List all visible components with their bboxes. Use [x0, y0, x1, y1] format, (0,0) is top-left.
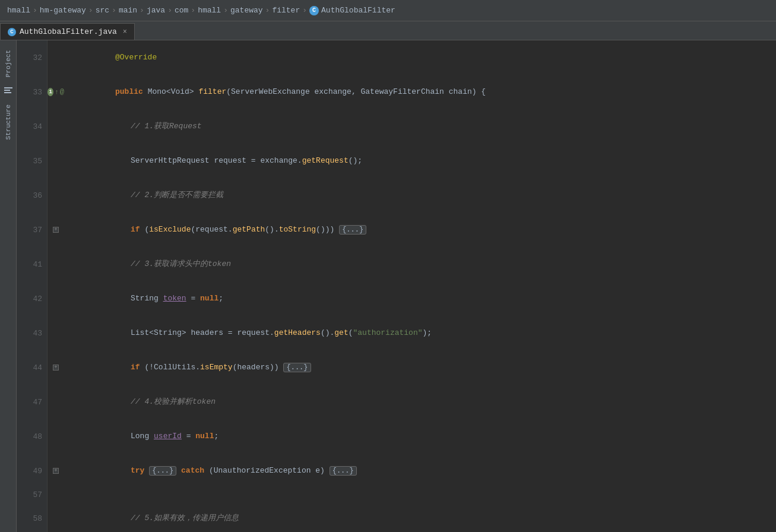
line-num-47: 47 — [17, 385, 47, 419]
method-getheaders: getHeaders — [274, 328, 321, 337]
gutter-arrow-33: ↑ — [55, 88, 59, 96]
bc-item-hmall[interactable]: hmall — [7, 6, 30, 15]
code-line-58: 58 // 5.如果有效，传递用户信息 — [17, 501, 776, 532]
fold-catch[interactable]: {...} — [330, 466, 357, 476]
method-getrequest: getRequest — [302, 156, 349, 165]
line-content-41: // 3.获取请求头中的token — [64, 247, 776, 281]
bc-item-hmall2[interactable]: hmall — [198, 6, 221, 15]
sidebar-structure-icon[interactable] — [2, 84, 15, 97]
tab-authglobalfilter[interactable]: C AuthGlobalFilter.java × — [0, 23, 135, 40]
line-content-58: // 5.如果有效，传递用户信息 — [64, 501, 776, 532]
tab-label: AuthGlobalFilter.java — [20, 27, 117, 36]
bc-item-java[interactable]: java — [147, 6, 165, 15]
code-line-44: 44 + if (!CollUtils.isEmpty(headers)) {.… — [17, 350, 776, 385]
code-49c: (UnauthorizedException e) — [204, 466, 330, 475]
line-num-41: 41 — [17, 247, 47, 281]
code-48a: Long — [131, 432, 154, 441]
gutter-42 — [47, 281, 64, 316]
breadcrumb: hmall › hm-gateway › src › main › java ›… — [0, 0, 776, 21]
bc-item-filter[interactable]: filter — [272, 6, 300, 15]
line-content-48: Long userId = null; — [64, 419, 776, 454]
kw-if-44: if — [131, 363, 140, 372]
line-num-48: 48 — [17, 419, 47, 454]
main-layout: Project Structure 32 @Override 33 — [0, 40, 776, 532]
gutter-48 — [47, 419, 64, 454]
code-line-33: 33 1 ↑ @ public Mono<Void> filter(Server… — [17, 75, 776, 109]
method-get-43: get — [334, 328, 348, 337]
bc-item-com[interactable]: com — [175, 6, 188, 15]
svg-rect-2 — [4, 92, 11, 93]
code-42c: ; — [218, 294, 223, 303]
line-num-44: 44 — [17, 350, 47, 385]
bc-sep-6: › — [191, 6, 195, 15]
gutter-44: + — [47, 350, 64, 385]
kw-catch: catch — [181, 466, 204, 475]
line-num-34: 34 — [17, 109, 47, 144]
bc-item-src[interactable]: src — [96, 6, 109, 15]
line-num-57: 57 — [17, 488, 47, 501]
fold-icon-44[interactable]: + — [53, 365, 59, 370]
svg-rect-0 — [4, 87, 12, 88]
line-num-32: 32 — [17, 40, 47, 75]
sidebar-structure-tab[interactable]: Structure — [2, 100, 14, 144]
bc-sep-1: › — [33, 6, 37, 15]
bc-item-main[interactable]: main — [119, 6, 137, 15]
line-num-42: 42 — [17, 281, 47, 316]
code-35: ServerHttpRequest request = exchange. — [131, 156, 302, 165]
gutter-32 — [47, 40, 64, 75]
cmt-2: // 2.判断是否不需要拦截 — [131, 191, 223, 200]
tab-close-icon[interactable]: × — [123, 28, 127, 36]
line-content-49: try {...} catch (UnauthorizedException e… — [64, 454, 776, 488]
field-userid: userId — [154, 432, 182, 441]
cmt-1: // 1.获取Request — [131, 122, 202, 131]
str-authorization: "authorization" — [353, 328, 423, 337]
gutter-57 — [47, 488, 64, 501]
code-44a: (!CollUtils. — [140, 363, 200, 372]
line-content-36: // 2.判断是否不需要拦截 — [64, 178, 776, 213]
sidebar-project-tab[interactable]: Project — [2, 45, 14, 82]
bc-sep-4: › — [140, 6, 144, 15]
code-42b: = — [186, 294, 200, 303]
code-48b: = — [182, 432, 195, 441]
line-content-43: List<String> headers = request.getHeader… — [64, 316, 776, 350]
code-line-49: 49 + try {...} catch (UnauthorizedExcept… — [17, 454, 776, 488]
bc-item-gateway[interactable]: hm-gateway — [40, 6, 86, 15]
line-content-42: String token = null; — [64, 281, 776, 316]
kw-try: try — [131, 466, 144, 475]
method-tostring-37: toString — [279, 225, 316, 234]
code-area[interactable]: 32 @Override 33 1 ↑ @ public Mono<Void> … — [17, 40, 776, 532]
gutter-34 — [47, 109, 64, 144]
filter-params: (ServerWebExchange exchange, GatewayFilt… — [226, 87, 486, 96]
type-mono: Mono<Void> — [143, 87, 199, 96]
code-line-35: 35 ServerHttpRequest request = exchange.… — [17, 144, 776, 178]
method-isexclude: isExclude — [149, 225, 191, 234]
bc-sep-7: › — [223, 6, 228, 15]
code-37b: (request. — [191, 225, 232, 234]
fold-icon-49[interactable]: + — [53, 468, 59, 474]
fold-icon-37[interactable]: + — [53, 227, 59, 233]
code-line-32: 32 @Override — [17, 40, 776, 75]
code-line-34: 34 // 1.获取Request — [17, 109, 776, 144]
gutter-badge-33: 1 — [47, 88, 53, 96]
code-48c: ; — [214, 432, 218, 441]
bc-item-gateway2[interactable]: gateway — [230, 6, 263, 15]
code-line-37: 37 + if (isExclude(request.getPath().toS… — [17, 213, 776, 247]
fold-if-37[interactable]: {...} — [339, 225, 366, 235]
fold-try[interactable]: {...} — [149, 466, 176, 476]
code-line-41: 41 // 3.获取请求头中的token — [17, 247, 776, 281]
code-37a: ( — [140, 225, 150, 234]
line-content-34: // 1.获取Request — [64, 109, 776, 144]
fold-if-44[interactable]: {...} — [283, 363, 311, 372]
gutter-37: + — [47, 213, 64, 247]
gutter-at-33: @ — [60, 88, 64, 96]
method-filter: filter — [198, 87, 226, 96]
field-token: token — [163, 294, 186, 303]
code-43d: ); — [423, 328, 432, 337]
code-43c: ( — [349, 328, 353, 337]
bc-sep-5: › — [167, 6, 172, 15]
line-num-58: 58 — [17, 501, 47, 532]
bc-sep-3: › — [112, 6, 116, 15]
bc-sep-8: › — [265, 6, 270, 15]
bc-item-class[interactable]: AuthGlobalFilter — [321, 6, 395, 15]
gutter-47 — [47, 385, 64, 419]
